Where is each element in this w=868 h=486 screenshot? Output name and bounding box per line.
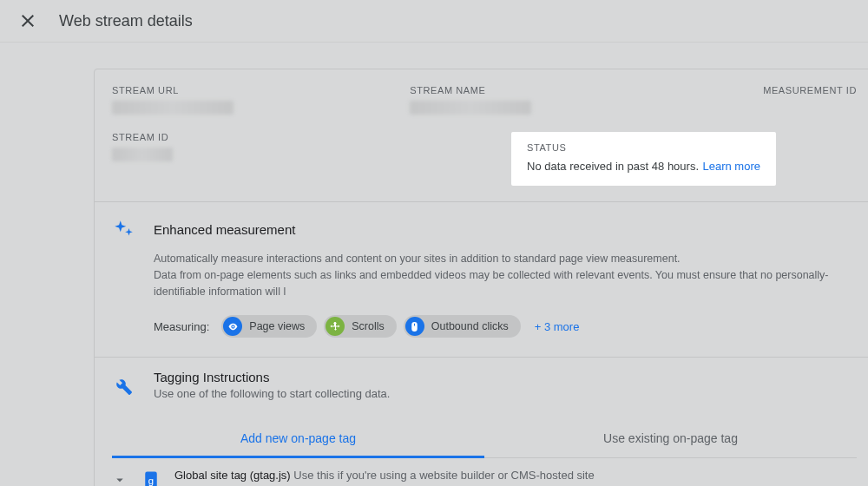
main-panel: STREAM URL STREAM NAME MEASUREMENT ID ST… — [94, 69, 868, 486]
more-pills-link[interactable]: + 3 more — [535, 320, 580, 333]
tagging-tabs: Add new on-page tag Use existing on-page… — [112, 423, 857, 458]
pill-label: Outbound clicks — [431, 320, 509, 332]
wrench-icon — [112, 375, 133, 396]
status-message: No data received in past 48 hours. — [527, 160, 699, 173]
measurement-id-column: MEASUREMENT ID — [707, 85, 857, 118]
stream-url-value — [112, 101, 233, 115]
status-card: STATUS No data received in past 48 hours… — [511, 132, 776, 186]
stream-url-column: STREAM URL — [112, 85, 410, 118]
close-icon[interactable] — [17, 10, 38, 31]
tab-use-existing-tag[interactable]: Use existing on-page tag — [484, 423, 857, 458]
measuring-row: Measuring: Page views Scrolls Outbound c… — [154, 315, 857, 338]
status-label: STATUS — [527, 142, 760, 153]
header-bar: Web stream details — [0, 0, 868, 43]
tagging-header: Tagging Instructions Use one of the foll… — [112, 370, 857, 400]
stream-summary-row1: STREAM URL STREAM NAME MEASUREMENT ID — [95, 69, 868, 127]
gtag-icon: g — [143, 470, 159, 486]
learn-more-link[interactable]: Learn more — [702, 160, 760, 173]
gtag-title: Global site tag (gtag.js) — [174, 469, 293, 482]
pill-outbound-clicks: Outbound clicks — [404, 315, 521, 338]
svg-text:g: g — [148, 476, 154, 486]
enhanced-description: Automatically measure interactions and c… — [154, 251, 857, 299]
eye-icon — [223, 317, 242, 336]
chevron-down-icon[interactable] — [112, 472, 128, 486]
sparkle-icon — [112, 218, 135, 240]
tagging-title: Tagging Instructions — [154, 370, 390, 384]
mouse-icon — [405, 317, 424, 336]
gtag-hint: Use this if you're using a website build… — [293, 469, 594, 482]
stream-id-column: STREAM ID — [112, 132, 312, 186]
tagging-section: Tagging Instructions Use one of the foll… — [95, 358, 868, 458]
scroll-icon — [326, 317, 345, 336]
enhanced-desc-line2: Data from on-page elements such as links… — [154, 267, 857, 300]
enhanced-header: Enhanced measurement — [112, 218, 857, 240]
pill-page-views: Page views — [221, 315, 317, 338]
tagging-title-block: Tagging Instructions Use one of the foll… — [154, 370, 390, 400]
pill-label: Scrolls — [352, 320, 385, 332]
gtag-row[interactable]: g Global site tag (gtag.js) Use this if … — [95, 458, 868, 486]
page-title: Web stream details — [59, 12, 193, 30]
pill-label: Page views — [249, 320, 305, 332]
enhanced-measurement-section: Enhanced measurement Automatically measu… — [95, 202, 868, 358]
stream-id-value — [112, 148, 173, 161]
stream-summary-row2: STREAM ID STATUS No data received in pas… — [95, 127, 868, 202]
stream-name-value — [410, 101, 531, 115]
pill-scrolls: Scrolls — [324, 315, 397, 338]
tab-add-new-tag[interactable]: Add new on-page tag — [112, 423, 484, 458]
stream-id-label: STREAM ID — [112, 132, 312, 142]
stream-url-label: STREAM URL — [112, 85, 410, 95]
stream-name-label: STREAM NAME — [410, 85, 707, 95]
enhanced-title: Enhanced measurement — [154, 222, 295, 237]
enhanced-desc-line1: Automatically measure interactions and c… — [154, 251, 857, 267]
measuring-label: Measuring: — [154, 320, 209, 333]
stream-name-column: STREAM NAME — [410, 85, 707, 118]
gtag-text: Global site tag (gtag.js) Use this if yo… — [174, 469, 595, 486]
measurement-id-label: MEASUREMENT ID — [707, 85, 857, 95]
tagging-subtitle: Use one of the following to start collec… — [154, 387, 390, 400]
